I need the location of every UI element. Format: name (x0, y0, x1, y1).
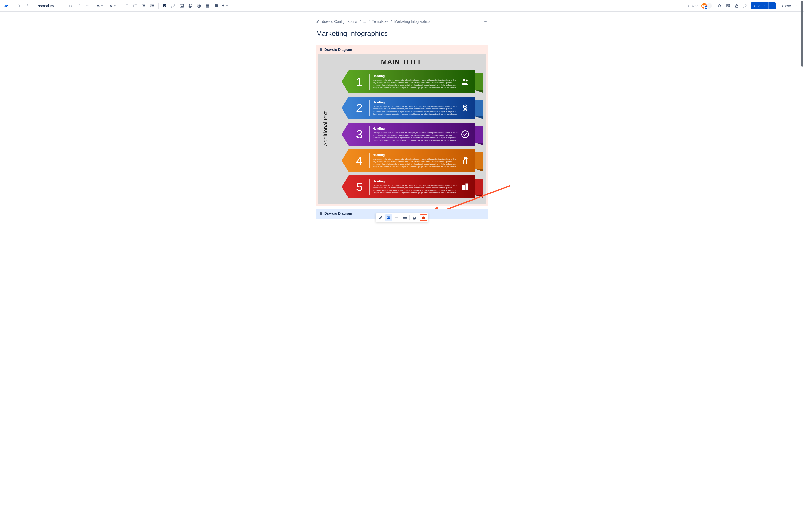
tools-icon (459, 156, 472, 165)
svg-point-1 (87, 5, 88, 6)
svg-rect-42 (413, 216, 415, 219)
breadcrumb-templates[interactable]: Templates (372, 19, 388, 23)
svg-point-19 (198, 5, 199, 5)
page-body: draw.io Configurations / ... / Templates… (0, 12, 804, 232)
people-icon (459, 77, 472, 86)
editor-toolbar: Normal text B I A 123 @ + Saved DB D + U… (0, 0, 804, 12)
svg-rect-4 (126, 4, 128, 5)
page-link-button[interactable] (741, 2, 749, 10)
breadcrumb-ellipsis[interactable]: ... (363, 19, 366, 23)
infographic-row-5: 5 HeadingLorem ipsum dolor sit amet, con… (342, 175, 483, 198)
edit-icon (316, 20, 320, 23)
svg-rect-25 (736, 5, 738, 7)
svg-point-0 (86, 5, 87, 6)
svg-rect-37 (387, 218, 390, 219)
svg-rect-15 (163, 4, 166, 7)
update-options-button[interactable] (768, 2, 776, 10)
svg-rect-10 (134, 4, 136, 5)
action-item-button[interactable] (160, 2, 169, 10)
outdent-button[interactable] (139, 2, 148, 10)
svg-rect-23 (216, 4, 217, 7)
svg-point-7 (125, 6, 125, 7)
bold-button[interactable]: B (66, 2, 75, 10)
infographic-row-1: 1 HeadingLorem ipsum dolor sit amet, con… (342, 70, 483, 93)
restrictions-button[interactable] (733, 2, 741, 10)
diagram-side-text: Additional text (322, 111, 329, 146)
image-button[interactable] (178, 2, 186, 10)
emoji-button[interactable] (195, 2, 203, 10)
breadcrumb-current[interactable]: Marketing Infographics (395, 19, 430, 23)
macro-label: Draw.io Diagram (324, 48, 352, 52)
diagram-canvas: MAIN TITLE Additional text 1 HeadingLore… (318, 54, 486, 204)
svg-point-3 (125, 4, 125, 5)
svg-point-17 (180, 5, 181, 5)
breadcrumb: draw.io Configurations / ... / Templates… (316, 19, 488, 23)
svg-rect-41 (414, 217, 415, 220)
copy-macro-button[interactable] (410, 214, 418, 221)
text-color-button[interactable]: A (109, 2, 118, 10)
award-icon (459, 103, 472, 113)
diagram-main-title: MAIN TITLE (321, 58, 483, 66)
mention-button[interactable]: @ (186, 2, 194, 10)
page-title[interactable]: Marketing Infographics (316, 30, 488, 38)
indent-button[interactable] (148, 2, 156, 10)
edit-macro-button[interactable] (377, 214, 384, 221)
align-center-button[interactable] (385, 214, 392, 221)
svg-rect-22 (215, 4, 216, 7)
align-wide-button[interactable] (393, 214, 400, 221)
svg-rect-38 (395, 217, 399, 217)
insert-button[interactable]: + (221, 2, 230, 10)
macro-label-2: Draw.io Diagram (324, 211, 352, 215)
avatar-app-badge: D (704, 6, 708, 10)
more-formatting-button[interactable] (84, 2, 92, 10)
delete-macro-button[interactable] (420, 214, 427, 221)
undo-button[interactable] (14, 2, 22, 10)
comment-button[interactable] (724, 2, 732, 10)
link-button[interactable] (169, 2, 177, 10)
layouts-button[interactable] (212, 2, 220, 10)
svg-rect-21 (206, 4, 209, 7)
file-icon (319, 48, 323, 51)
close-button[interactable]: Close (779, 2, 793, 10)
svg-point-24 (718, 4, 721, 6)
drawio-macro-selected[interactable]: Draw.io Diagram MAIN TITLE Additional te… (316, 45, 488, 206)
infographic-row-3: 3 HeadingLorem ipsum dolor sit amet, con… (342, 123, 483, 146)
svg-point-30 (466, 80, 468, 82)
buildings-icon (459, 182, 472, 191)
svg-rect-36 (388, 217, 389, 218)
svg-point-27 (798, 5, 798, 6)
bullet-list-button[interactable] (122, 2, 131, 10)
svg-point-33 (462, 131, 469, 138)
svg-point-18 (197, 4, 201, 7)
file-icon (319, 212, 323, 215)
macro-header: Draw.io Diagram (318, 47, 486, 54)
svg-rect-14 (134, 6, 136, 7)
confluence-logo[interactable] (2, 2, 10, 10)
svg-rect-8 (126, 6, 128, 7)
align-button[interactable] (96, 2, 104, 10)
align-full-button[interactable] (401, 214, 408, 221)
svg-point-26 (797, 5, 797, 6)
text-style-label: Normal text (37, 4, 56, 8)
find-button[interactable] (715, 2, 724, 10)
text-style-select[interactable]: Normal text (35, 3, 62, 9)
breadcrumb-root[interactable]: draw.io Configurations (322, 19, 357, 23)
svg-point-32 (464, 106, 466, 108)
svg-rect-6 (126, 5, 128, 6)
vertical-scrollbar[interactable] (801, 1, 804, 67)
svg-point-28 (799, 5, 799, 6)
svg-rect-12 (134, 5, 136, 6)
width-resize-handles[interactable]: ↔ (484, 19, 488, 23)
italic-button[interactable]: I (75, 2, 83, 10)
svg-point-2 (89, 5, 89, 6)
svg-point-20 (199, 5, 200, 5)
macro-floating-toolbar (376, 213, 428, 222)
user-avatar[interactable]: DB D (701, 2, 707, 9)
redo-button[interactable] (23, 2, 31, 10)
infographic-row-4: 4 HeadingLorem ipsum dolor sit amet, con… (342, 149, 483, 172)
svg-point-5 (125, 5, 125, 6)
svg-point-29 (463, 79, 465, 81)
update-button[interactable]: Update (751, 2, 768, 10)
table-button[interactable] (204, 2, 212, 10)
numbered-list-button[interactable]: 123 (131, 2, 139, 10)
